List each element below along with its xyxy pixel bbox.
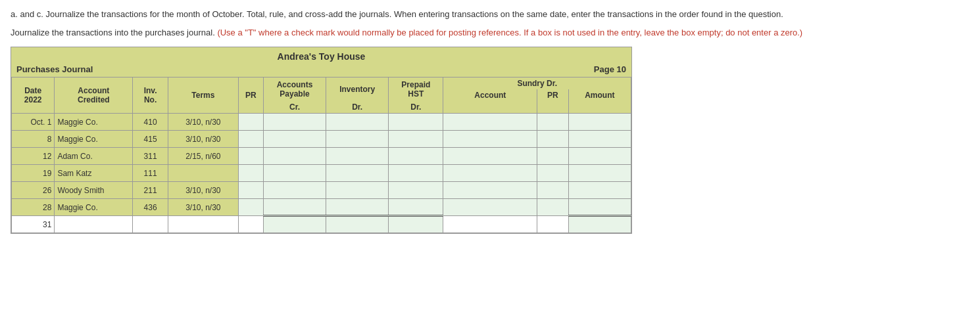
- cell-sundry-account-6[interactable]: [443, 199, 537, 216]
- cell-sundry-amount-1[interactable]: [568, 114, 631, 131]
- input-hst-3[interactable]: [391, 152, 440, 161]
- cell-sundry-amount-3[interactable]: [568, 148, 631, 165]
- input-ap-1[interactable]: [266, 118, 323, 127]
- table-row: 28 Maggie Co. 436 3/10, n/30: [12, 199, 631, 216]
- cell-inventory-1[interactable]: [326, 114, 389, 131]
- input-sundry-amount-total[interactable]: [572, 220, 628, 229]
- input-ap-4[interactable]: [266, 169, 323, 178]
- cell-hst-total[interactable]: [389, 216, 443, 233]
- cell-pr-2[interactable]: [238, 131, 263, 148]
- cell-ap-2[interactable]: [263, 131, 326, 148]
- input-pr-1[interactable]: [241, 118, 260, 127]
- input-inventory-4[interactable]: [329, 169, 385, 178]
- input-hst-6[interactable]: [391, 202, 440, 211]
- input-sundry-account-6[interactable]: [446, 203, 534, 212]
- cell-inventory-2[interactable]: [326, 131, 389, 148]
- cell-sundry-pr-total: [537, 216, 569, 233]
- input-inventory-6[interactable]: [329, 202, 385, 211]
- cell-sundry-amount-6[interactable]: [568, 199, 631, 216]
- input-pr-4[interactable]: [241, 169, 260, 178]
- cell-pr-1[interactable]: [238, 114, 263, 131]
- input-sundry-amount-1[interactable]: [572, 118, 628, 127]
- input-pr-5[interactable]: [241, 186, 260, 195]
- cell-ap-3[interactable]: [263, 148, 326, 165]
- cell-hst-4[interactable]: [389, 165, 443, 182]
- input-sundry-pr-2[interactable]: [540, 135, 566, 144]
- cell-hst-5[interactable]: [389, 182, 443, 199]
- cell-inventory-4[interactable]: [326, 165, 389, 182]
- cell-sundry-pr-5[interactable]: [537, 182, 569, 199]
- cell-date-2: 8: [12, 131, 55, 148]
- cell-terms-1: 3/10, n/30: [168, 114, 238, 131]
- page-label: Page 10: [594, 64, 626, 74]
- input-hst-1[interactable]: [391, 118, 440, 127]
- cell-sundry-pr-2[interactable]: [537, 131, 569, 148]
- cell-date-4: 19: [12, 165, 55, 182]
- input-sundry-pr-1[interactable]: [540, 118, 566, 127]
- cell-sundry-account-2[interactable]: [443, 131, 537, 148]
- cell-sundry-account-5[interactable]: [443, 182, 537, 199]
- input-sundry-account-3[interactable]: [446, 152, 534, 161]
- cell-sundry-pr-3[interactable]: [537, 148, 569, 165]
- input-sundry-account-1[interactable]: [446, 118, 534, 127]
- input-sundry-amount-6[interactable]: [572, 202, 628, 211]
- cell-ap-5[interactable]: [263, 182, 326, 199]
- input-ap-3[interactable]: [266, 152, 323, 161]
- input-sundry-pr-5[interactable]: [540, 186, 566, 195]
- input-inventory-1[interactable]: [329, 118, 385, 127]
- cell-inventory-total[interactable]: [326, 216, 389, 233]
- cell-sundry-pr-6[interactable]: [537, 199, 569, 216]
- cell-sundry-pr-1[interactable]: [537, 114, 569, 131]
- cell-pr-6[interactable]: [238, 199, 263, 216]
- input-sundry-account-2[interactable]: [446, 135, 534, 144]
- input-sundry-amount-4[interactable]: [572, 169, 628, 178]
- cell-sundry-pr-4[interactable]: [537, 165, 569, 182]
- input-sundry-account-4[interactable]: [446, 169, 534, 178]
- input-sundry-account-5[interactable]: [446, 186, 534, 195]
- cell-inventory-3[interactable]: [326, 148, 389, 165]
- input-pr-3[interactable]: [241, 152, 260, 161]
- input-inventory-2[interactable]: [329, 135, 385, 144]
- input-hst-5[interactable]: [391, 186, 440, 195]
- input-inventory-total[interactable]: [329, 220, 385, 229]
- input-hst-2[interactable]: [391, 135, 440, 144]
- input-sundry-pr-4[interactable]: [540, 169, 566, 178]
- cell-ap-4[interactable]: [263, 165, 326, 182]
- cell-sundry-account-3[interactable]: [443, 148, 537, 165]
- cell-pr-5[interactable]: [238, 182, 263, 199]
- input-pr-6[interactable]: [241, 203, 260, 212]
- cell-sundry-amount-4[interactable]: [568, 165, 631, 182]
- input-sundry-pr-3[interactable]: [540, 152, 566, 161]
- cell-sundry-amount-total[interactable]: [568, 216, 631, 233]
- input-hst-total[interactable]: [391, 220, 440, 229]
- cell-inventory-6[interactable]: [326, 199, 389, 216]
- cell-pr-4[interactable]: [238, 165, 263, 182]
- input-ap-5[interactable]: [266, 186, 323, 195]
- input-inventory-3[interactable]: [329, 152, 385, 161]
- col-header-sundry-account: Account: [443, 89, 537, 101]
- input-sundry-pr-6[interactable]: [540, 203, 566, 212]
- cell-ap-total[interactable]: [263, 216, 326, 233]
- cell-hst-3[interactable]: [389, 148, 443, 165]
- input-hst-4[interactable]: [391, 169, 440, 178]
- cell-pr-3[interactable]: [238, 148, 263, 165]
- input-sundry-amount-5[interactable]: [572, 186, 628, 195]
- cell-ap-1[interactable]: [263, 114, 326, 131]
- cell-sundry-amount-5[interactable]: [568, 182, 631, 199]
- cell-hst-2[interactable]: [389, 131, 443, 148]
- cell-terms-6: 3/10, n/30: [168, 199, 238, 216]
- cell-sundry-account-4[interactable]: [443, 165, 537, 182]
- cell-sundry-amount-2[interactable]: [568, 131, 631, 148]
- input-pr-2[interactable]: [241, 135, 260, 144]
- cell-hst-1[interactable]: [389, 114, 443, 131]
- input-inventory-5[interactable]: [329, 186, 385, 195]
- input-sundry-amount-3[interactable]: [572, 152, 628, 161]
- cell-ap-6[interactable]: [263, 199, 326, 216]
- cell-sundry-account-1[interactable]: [443, 114, 537, 131]
- input-sundry-amount-2[interactable]: [572, 135, 628, 144]
- input-ap-total[interactable]: [266, 220, 323, 229]
- input-ap-6[interactable]: [266, 202, 323, 211]
- input-ap-2[interactable]: [266, 135, 323, 144]
- cell-hst-6[interactable]: [389, 199, 443, 216]
- cell-inventory-5[interactable]: [326, 182, 389, 199]
